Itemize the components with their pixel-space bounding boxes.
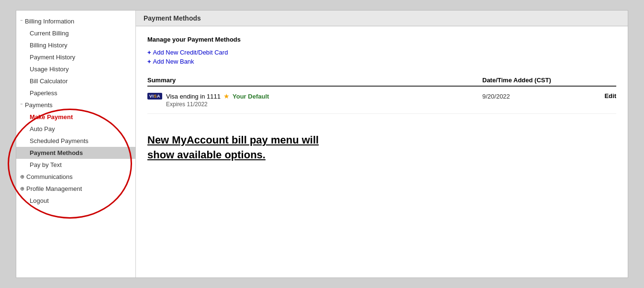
sidebar-item-pay-by-text[interactable]: Pay by Text xyxy=(16,159,135,171)
card-info: VISA Visa ending in 1111 ★ Your Default xyxy=(147,92,482,108)
card-details: Visa ending in 1111 ★ Your Default Expir… xyxy=(166,92,269,108)
card-name: Visa ending in 1111 ★ Your Default xyxy=(166,92,269,100)
sidebar-item-payments[interactable]: ⁻ Payments xyxy=(16,99,135,111)
collapse-icon-payments: ⁻ xyxy=(20,102,23,108)
add-card-link[interactable]: + Add New Credit/Debit Card xyxy=(147,49,616,56)
add-bank-link[interactable]: + Add New Bank xyxy=(147,58,616,65)
sidebar-item-payment-methods[interactable]: Payment Methods xyxy=(16,147,135,159)
sidebar-item-communications[interactable]: ⊕ Communications xyxy=(16,171,135,183)
collapse-icon: ⁻ xyxy=(20,18,23,24)
sidebar-item-logout[interactable]: Logout xyxy=(16,195,135,207)
expand-icon-profile: ⊕ xyxy=(20,186,24,192)
table-header: Summary Date/Time Added (CST) xyxy=(147,75,616,87)
sidebar-item-usage-history[interactable]: Usage History xyxy=(16,63,135,75)
col-header-date: Date/Time Added (CST) xyxy=(482,77,578,84)
sidebar-item-paperless[interactable]: Paperless xyxy=(16,87,135,99)
expand-icon-communications: ⊕ xyxy=(20,174,24,180)
sidebar-item-bill-calculator[interactable]: Bill Calculator xyxy=(16,75,135,87)
sidebar-item-payment-history[interactable]: Payment History xyxy=(16,51,135,63)
main-content: Payment Methods Manage your Payment Meth… xyxy=(136,11,628,277)
sidebar-item-make-payment[interactable]: Make Payment xyxy=(16,111,135,123)
plus-icon: + xyxy=(147,49,151,56)
sidebar-item-billing-information[interactable]: ⁻ Billing Information xyxy=(16,15,135,27)
sidebar-item-profile-management[interactable]: ⊕ Profile Management xyxy=(16,183,135,195)
star-icon: ★ xyxy=(223,92,230,100)
default-badge: Your Default xyxy=(233,93,269,100)
sidebar-item-auto-pay[interactable]: Auto Pay xyxy=(16,123,135,135)
payment-methods-table: Summary Date/Time Added (CST) VISA xyxy=(147,75,616,114)
main-header: Payment Methods xyxy=(136,11,628,26)
col-header-action xyxy=(578,77,616,84)
sidebar-item-scheduled-payments[interactable]: Scheduled Payments xyxy=(16,135,135,147)
edit-link[interactable]: Edit xyxy=(578,92,616,100)
visa-logo: VISA xyxy=(147,93,162,100)
main-body: Manage your Payment Methods + Add New Cr… xyxy=(136,26,628,172)
table-row: VISA Visa ending in 1111 ★ Your Default xyxy=(147,87,616,114)
sidebar: ⁻ Billing Information Current Billing Bi… xyxy=(16,11,136,277)
card-expires: Expires 11/2022 xyxy=(166,101,269,108)
col-header-summary: Summary xyxy=(147,77,482,84)
sidebar-item-billing-history[interactable]: Billing History xyxy=(16,39,135,51)
date-added: 9/20/2022 xyxy=(482,92,578,100)
promo-text: New MyAccount bill pay menu will show av… xyxy=(147,133,348,163)
sidebar-item-current-billing[interactable]: Current Billing xyxy=(16,27,135,39)
plus-icon-bank: + xyxy=(147,58,151,65)
manage-title: Manage your Payment Methods xyxy=(147,36,616,43)
